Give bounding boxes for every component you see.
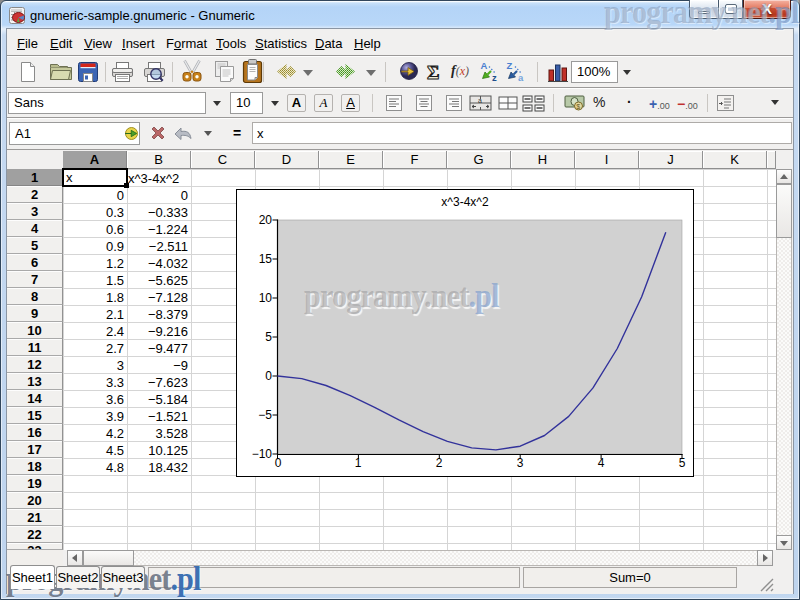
svg-text:a: a [478, 97, 482, 104]
svg-text:x^3-4x^2: x^3-4x^2 [441, 195, 489, 209]
svg-text:3: 3 [517, 456, 524, 470]
svg-text:2: 2 [436, 456, 443, 470]
svg-text:Z: Z [507, 60, 513, 71]
svg-text:0: 0 [275, 456, 282, 470]
svg-text:5: 5 [265, 330, 272, 344]
svg-text:1: 1 [355, 456, 362, 470]
svg-text:10: 10 [259, 291, 273, 305]
svg-text:20: 20 [259, 213, 273, 227]
svg-text:−5: −5 [258, 408, 272, 422]
svg-text:5: 5 [679, 456, 686, 470]
svg-text:$: $ [576, 103, 580, 110]
svg-text:z: z [492, 72, 497, 83]
svg-text:0: 0 [265, 369, 272, 383]
svg-text:15: 15 [259, 252, 273, 266]
svg-text:4: 4 [598, 456, 605, 470]
svg-text:−10: −10 [252, 447, 273, 461]
svg-text:a: a [518, 72, 524, 83]
svg-text:A: A [481, 60, 488, 71]
svg-text:Σ: Σ [427, 62, 439, 83]
